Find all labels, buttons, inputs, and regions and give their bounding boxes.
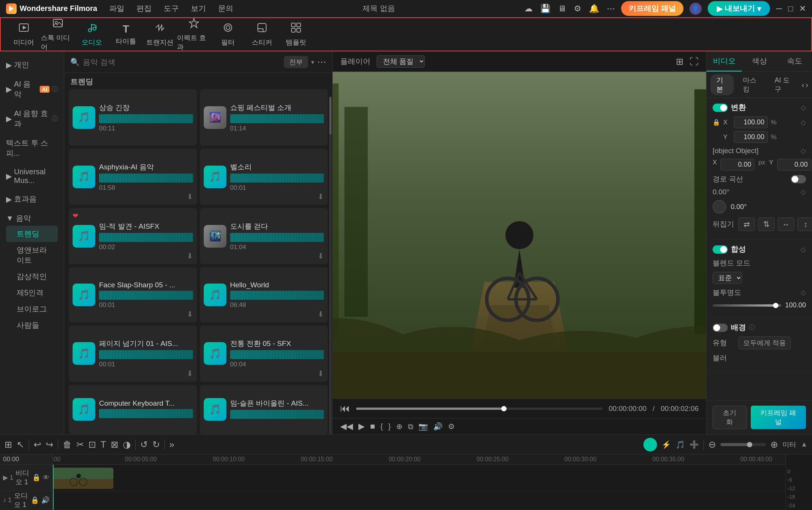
stop-button[interactable]: ■ [370, 422, 375, 431]
export-button[interactable]: ▶ 내보내기 ▾ [708, 1, 770, 16]
tl-more-button[interactable]: » [169, 439, 174, 450]
subtab-masking[interactable]: 마스킹 [737, 74, 766, 95]
user-avatar[interactable]: 👤 [690, 3, 702, 15]
mark-in-button[interactable]: { [380, 422, 383, 431]
audio-track-5[interactable]: ❤ 🎵 밈-적 발견 - AISFX 00:02 ⬇ [69, 208, 197, 264]
volume-button[interactable]: 🔊 [433, 422, 443, 431]
audio-track-3[interactable]: 🎵 Asphyxia-AI 음악 01:58 ⬇ [69, 149, 197, 205]
opacity-slider[interactable] [713, 304, 781, 307]
download-icon-4[interactable]: ⬇ [318, 192, 324, 201]
video-track-eye-icon[interactable]: 👁 [43, 474, 50, 482]
audio-track-7[interactable]: 🎵 Face Slap-Sharp 05 - ... 00:01 ⬇ [69, 267, 197, 322]
sidebar-item-vlog[interactable]: 브이로그 [6, 301, 58, 317]
init-button[interactable]: 초기화 [713, 406, 747, 429]
download-icon-7[interactable]: ⬇ [187, 310, 193, 319]
tl-trim-button[interactable]: ⊡ [88, 439, 96, 450]
audio-track-volume-icon[interactable]: 🔊 [41, 496, 50, 504]
composite-keyframe-icon[interactable]: ◇ [801, 245, 806, 254]
audio-track-9[interactable]: 🎵 페이지 넘기기 01 - AIS... 00:01 ⬇ [69, 326, 197, 382]
toolbar-audio[interactable]: 오디오 [75, 19, 109, 50]
audio-filter-button[interactable]: 전부 [284, 56, 308, 68]
path-curve-toggle[interactable] [791, 175, 806, 183]
position-keyframe-icon[interactable]: ◇ [801, 147, 806, 155]
tab-video[interactable]: 비디오 [707, 51, 742, 71]
opacity-keyframe-icon[interactable]: ◇ [801, 288, 806, 297]
download-icon-6[interactable]: ⬇ [318, 251, 324, 260]
save-icon[interactable]: 💾 [540, 4, 550, 14]
menu-tools[interactable]: 도구 [164, 3, 179, 14]
scale-keyframe-icon[interactable]: ◇ [801, 118, 806, 127]
tl-grid-button[interactable]: ⊞ [5, 439, 12, 450]
tab-color[interactable]: 색상 [742, 51, 777, 71]
scale-x-input[interactable] [734, 116, 768, 128]
grid-view-icon[interactable]: ⊞ [676, 56, 683, 67]
audio-search-input[interactable] [83, 58, 281, 67]
audio-track-10[interactable]: 🎵 전통 전환 05 - SFX 00:04 ⬇ [200, 326, 328, 382]
background-toggle[interactable] [713, 324, 728, 332]
menu-view[interactable]: 보기 [191, 3, 206, 14]
toolbar-media[interactable]: 미디어 [7, 19, 41, 50]
tl-music-button[interactable]: 🎵 [676, 440, 685, 449]
position-y-input[interactable] [777, 159, 811, 171]
sidebar-header-personal[interactable]: ▶ 개인 [6, 57, 58, 72]
preview-quality-select[interactable]: 전체 품질 [377, 55, 425, 68]
nav-next-button[interactable]: › [806, 74, 808, 95]
toolbar-transitions[interactable]: 트랜지션 [143, 19, 177, 50]
transform-toggle[interactable] [713, 104, 728, 112]
tl-redo-button[interactable]: ↪ [46, 439, 53, 450]
audio-track-lock-icon[interactable]: 🔒 [31, 496, 39, 504]
download-icon-3[interactable]: ⬇ [187, 192, 193, 201]
flip-h-button[interactable]: ↔ [778, 217, 794, 231]
video-track-lock-icon[interactable]: 🔒 [32, 473, 40, 482]
sidebar-header-universal[interactable]: ▶ Universal Mus... [6, 165, 58, 187]
sidebar-item-sentimental[interactable]: 감상적인 [6, 268, 58, 285]
skip-back-button[interactable]: ⏮ [340, 403, 350, 414]
blend-mode-select[interactable]: 표준 [713, 272, 742, 284]
audio-track-4[interactable]: 🎵 벨소리 00:01 ⬇ [200, 149, 328, 205]
play-button[interactable]: ▶ [358, 422, 365, 431]
tl-crop-button[interactable]: ⊠ [111, 439, 118, 450]
sidebar-item-5th-person[interactable]: 제5인격 [6, 285, 58, 301]
tl-mask-button[interactable]: ◑ [123, 439, 131, 450]
download-icon-9[interactable]: ⬇ [187, 369, 193, 378]
tl-zoom-slider[interactable] [721, 443, 766, 446]
maximize-button[interactable]: □ [788, 4, 793, 14]
tl-rotate-right-button[interactable]: ↻ [152, 439, 160, 450]
tl-add-button[interactable]: ➕ [690, 440, 699, 449]
position-x-input[interactable] [721, 159, 755, 171]
audio-track-1[interactable]: 🎵 상승 긴장 00:11 [69, 89, 197, 146]
download-icon-5[interactable]: ⬇ [187, 251, 193, 260]
tl-record-button[interactable] [643, 438, 657, 451]
notification-icon[interactable]: 🔔 [589, 4, 599, 14]
sidebar-header-sfx[interactable]: ▶ 효과음 [6, 192, 58, 206]
tl-zoom-in-button[interactable]: ⊕ [770, 439, 778, 450]
audio-track-6[interactable]: 🌃 도시를 걷다 01:04 ⬇ [200, 208, 328, 264]
menu-edit[interactable]: 편집 [136, 3, 152, 14]
subtab-ai-tools[interactable]: AI 도구 [769, 74, 799, 95]
flip-horizontal-button[interactable]: ⇄ [738, 217, 755, 231]
tl-cursor-button[interactable]: ↖ [17, 439, 24, 450]
flip-vertical-button[interactable]: ⇅ [758, 217, 775, 231]
snap-button[interactable]: ⧉ [408, 422, 413, 431]
menu-help[interactable]: 문의 [218, 3, 233, 14]
tl-zoom-out-button[interactable]: ⊖ [708, 439, 716, 450]
sidebar-header-music[interactable]: ▼ 음악 [6, 211, 58, 226]
sidebar-header-ai-music[interactable]: ▶ AI 음악 AI ⓘ [6, 77, 58, 102]
nav-prev-button[interactable]: ‹ [802, 74, 804, 95]
flip-v-button[interactable]: ↕ [797, 217, 812, 231]
audio-track-2[interactable]: 🌆 쇼핑 페스티벌 소개 01:14 [200, 89, 328, 146]
play-back-button[interactable]: ◀◀ [340, 422, 353, 431]
settings-button[interactable]: ⚙ [448, 422, 455, 431]
toolbar-effects[interactable]: 이펙트 효과 [177, 19, 211, 50]
audio-track-12[interactable]: 🎵 밈-슬픈 바이올린 - AIS... [200, 385, 328, 434]
rotation-knob[interactable] [713, 200, 726, 214]
tl-undo-button[interactable]: ↩ [34, 439, 41, 450]
close-button[interactable]: ✕ [799, 4, 806, 14]
rotation-keyframe-icon[interactable]: ◇ [801, 188, 806, 196]
preview-progress[interactable] [356, 408, 603, 410]
audio-scrollbar[interactable] [329, 97, 332, 434]
more-icon[interactable]: ⋯ [607, 4, 615, 14]
sidebar-item-trending[interactable]: 트렌딩 [6, 226, 58, 242]
settings-icon[interactable]: ⚙ [574, 4, 581, 14]
sidebar-item-people[interactable]: 사람들 [6, 317, 58, 333]
